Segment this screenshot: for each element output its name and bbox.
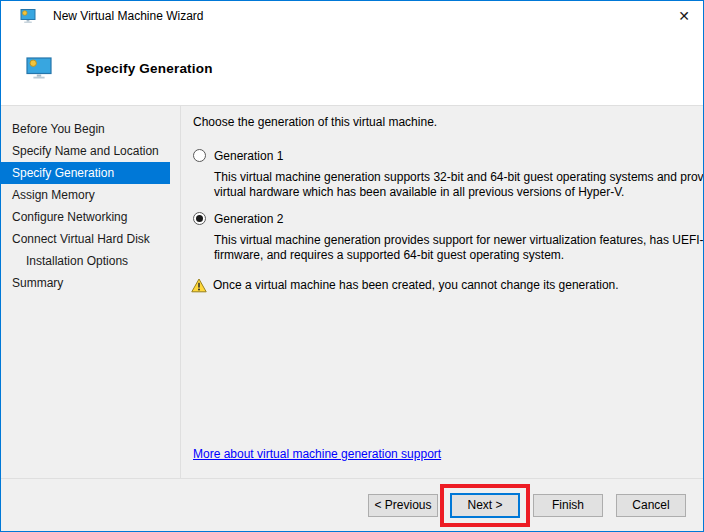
wizard-window: New Virtual Machine Wizard ✕ Specify Gen… xyxy=(0,0,704,532)
generation-2-radio[interactable] xyxy=(193,212,206,225)
page-title: Specify Generation xyxy=(86,61,213,76)
window-title: New Virtual Machine Wizard xyxy=(53,9,204,23)
sidebar-item-before-you-begin[interactable]: Before You Begin xyxy=(1,118,170,140)
description-line: This virtual machine generation supports… xyxy=(214,170,694,185)
annotation-highlight: Next > xyxy=(440,484,530,527)
description-line: virtual hardware which has been availabl… xyxy=(214,185,694,200)
wizard-header: Specify Generation xyxy=(1,31,703,105)
sidebar-item-connect-virtual-hard-disk[interactable]: Connect Virtual Hard Disk xyxy=(1,228,170,250)
sidebar-item-assign-memory[interactable]: Assign Memory xyxy=(1,184,170,206)
title-bar: New Virtual Machine Wizard ✕ xyxy=(1,1,703,31)
virtual-machine-icon-large xyxy=(26,57,52,80)
description-line: This virtual machine generation provides… xyxy=(214,233,694,248)
page-content: Choose the generation of this virtual ma… xyxy=(181,106,704,478)
generation-2-description: This virtual machine generation provides… xyxy=(214,233,694,262)
sidebar-item-installation-options[interactable]: Installation Options xyxy=(1,250,170,272)
warning-icon xyxy=(191,278,207,293)
wizard-steps-sidebar: Before You Begin Specify Name and Locati… xyxy=(1,106,181,478)
previous-button[interactable]: < Previous xyxy=(368,494,438,517)
sidebar-item-configure-networking[interactable]: Configure Networking xyxy=(1,206,170,228)
sidebar-item-specify-name-and-location[interactable]: Specify Name and Location xyxy=(1,140,170,162)
next-button[interactable]: Next > xyxy=(450,493,520,518)
generation-1-radio[interactable] xyxy=(193,149,206,162)
generation-2-label[interactable]: Generation 2 xyxy=(214,212,283,226)
close-icon[interactable]: ✕ xyxy=(671,4,697,28)
intro-text: Choose the generation of this virtual ma… xyxy=(193,115,694,129)
wizard-body: Before You Begin Specify Name and Locati… xyxy=(1,105,703,478)
generation-1-description: This virtual machine generation supports… xyxy=(214,170,694,199)
generation-2-option[interactable]: Generation 2 xyxy=(193,211,694,226)
generation-1-label[interactable]: Generation 1 xyxy=(214,149,283,163)
warning-text: Once a virtual machine has been created,… xyxy=(213,278,619,293)
virtual-machine-icon xyxy=(20,8,36,24)
sidebar-item-summary[interactable]: Summary xyxy=(1,272,170,294)
sidebar-item-specify-generation[interactable]: Specify Generation xyxy=(1,162,170,184)
generation-warning: Once a virtual machine has been created,… xyxy=(193,278,694,293)
finish-button[interactable]: Finish xyxy=(533,494,603,517)
more-about-generation-link[interactable]: More about virtual machine generation su… xyxy=(193,447,441,461)
wizard-button-bar: < Previous Next > Finish Cancel xyxy=(1,478,703,531)
description-line: firmware, and requires a supported 64-bi… xyxy=(214,248,694,263)
cancel-button[interactable]: Cancel xyxy=(616,494,686,517)
generation-1-option[interactable]: Generation 1 xyxy=(193,148,694,163)
